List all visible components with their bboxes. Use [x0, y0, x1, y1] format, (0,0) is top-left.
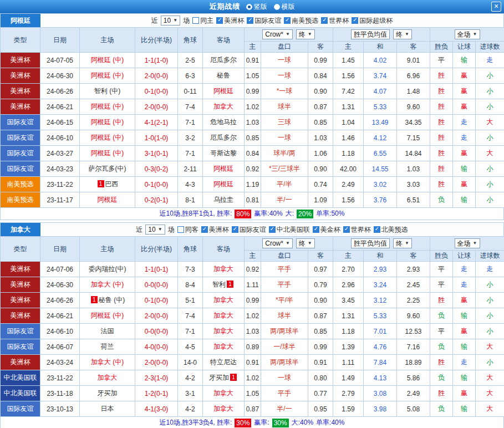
result-handicap-cell: 输 — [453, 192, 476, 208]
corners-cell: 3-1 — [178, 386, 203, 401]
col-header-label: 客 — [410, 43, 417, 50]
checkbox-icon[interactable] — [192, 17, 199, 24]
col-header-label: 胜负 — [435, 43, 448, 50]
result-goals-cell: 小 — [476, 355, 504, 370]
fulltime-select[interactable]: 全场▼ — [455, 29, 480, 39]
checkbox-icon[interactable] — [247, 17, 253, 24]
competition-type-cell: 美洲杯 — [1, 293, 40, 308]
result-goals-cell: 小 — [476, 277, 504, 293]
avg-time-select[interactable]: 终▼ — [393, 238, 412, 248]
checkbox-icon[interactable] — [313, 226, 319, 233]
layout-radio-option[interactable]: 竖版 — [246, 2, 267, 12]
checkbox-icon[interactable] — [216, 17, 223, 24]
date-cell: 24-06-26 — [40, 293, 80, 308]
match-row: 美洲杯24-06-21阿根廷 (中)2-0(0-0)7-4加拿大1.02球半0.… — [1, 99, 504, 115]
col-header-label: 比分(半场) — [141, 245, 172, 253]
handicap-away-odds-cell: 0.85 — [308, 115, 333, 130]
avg-odds-select[interactable]: 胜平负均值 — [351, 29, 390, 39]
result-wdl-cell: 胜 — [430, 386, 453, 401]
competition-type-cell: 国际友谊 — [1, 130, 40, 146]
checkbox-icon[interactable] — [284, 17, 291, 24]
col-header-label: 角球 — [184, 36, 197, 44]
red-card-badge: 1 — [91, 296, 98, 303]
handicap-away-odds-cell: 0.90 — [308, 84, 333, 99]
checkbox-icon[interactable] — [343, 226, 350, 233]
filter-checkbox-item[interactable]: 北美预选 — [374, 225, 408, 235]
filter-checkbox-item[interactable]: 中北美国联 — [269, 225, 310, 235]
filter-checkbox-item[interactable]: 国际友谊 — [247, 16, 281, 26]
handicap-time-select[interactable]: 终▼ — [296, 238, 315, 248]
filter-checkbox-item[interactable]: 国际超级杯 — [352, 16, 393, 26]
date-cell: 23-11-22 — [40, 370, 80, 386]
filter-checkbox-item[interactable]: 南美预选 — [284, 16, 318, 26]
bookmaker-select[interactable]: Crow*▼ — [262, 238, 293, 248]
stat-badge: 80% — [235, 210, 251, 218]
checkbox-icon[interactable] — [201, 226, 208, 233]
layout-radio-option[interactable]: 横版 — [274, 2, 295, 12]
red-card-badge: 1 — [98, 180, 104, 187]
bookmaker-select[interactable]: Crow*▼ — [262, 29, 293, 39]
filter-checkbox-item[interactable]: 同客 — [177, 225, 198, 235]
team-name-label: 阿根廷 (中) — [91, 72, 124, 79]
handicap-line-cell: 半/一 — [261, 401, 308, 417]
filter-checkbox-item[interactable]: 美金杯 — [313, 225, 340, 235]
col-header-avg-draw: 和 — [364, 251, 397, 262]
col-header-label: 主 — [250, 43, 256, 50]
checkbox-icon[interactable] — [232, 226, 238, 233]
handicap-time-select[interactable]: 终▼ — [296, 29, 315, 39]
checkbox-icon[interactable] — [321, 17, 328, 24]
col-header-label: 进球数 — [480, 43, 500, 50]
competition-type-cell: 美洲杯 — [1, 84, 40, 99]
date-cell: 23-11-17 — [40, 192, 80, 208]
checkbox-label: 南美预选 — [292, 16, 318, 26]
select-value: 胜平负均值 — [354, 240, 387, 247]
filter-checkbox-item[interactable]: 国际友谊 — [232, 225, 266, 235]
filter-checkbox-item[interactable]: 美洲杯 — [201, 225, 229, 235]
corners-cell: 4-2 — [178, 401, 203, 417]
close-button[interactable]: ✕ — [491, 2, 501, 12]
competition-type-cell: 南美预选 — [1, 192, 40, 208]
team-name-label: 加拿大 — [213, 312, 233, 319]
avg-draw-odds-cell: 4.13 — [364, 370, 397, 386]
col-header-date: 日期 — [40, 28, 80, 53]
radio-icon[interactable] — [274, 4, 280, 10]
checkbox-label: 国际友谊 — [240, 225, 266, 235]
col-header-label: 客场 — [217, 245, 230, 253]
handicap-away-odds-cell: 0.99 — [308, 53, 333, 68]
avg-odds-select[interactable]: 胜平负均值 — [351, 238, 390, 248]
filter-checkbox-item[interactable]: 美洲杯 — [216, 16, 244, 26]
result-handicap-cell: 输 — [453, 308, 476, 324]
stat-text: 大: — [286, 209, 294, 218]
filter-checkbox-item[interactable]: 世界杯 — [343, 225, 371, 235]
team-name-label: 阿根廷 (中) — [91, 103, 124, 110]
score-cell: 1-1(1-0) — [135, 53, 178, 68]
avg-draw-odds-cell: 5.33 — [364, 308, 397, 324]
match-count-select[interactable]: 10▼ — [161, 16, 180, 26]
checkbox-icon[interactable] — [352, 17, 358, 24]
checkbox-label: 世界杯 — [329, 16, 349, 26]
checkbox-icon[interactable] — [374, 226, 380, 233]
checkbox-icon[interactable] — [177, 226, 184, 233]
red-card-badge: 1 — [230, 374, 237, 381]
team-name-label: 厄瓜多尔 — [210, 56, 237, 64]
match-count-select[interactable]: 10▼ — [145, 225, 165, 235]
handicap-line-cell: 平手 — [261, 386, 308, 401]
col-header-res-handicap: 让球 — [453, 42, 476, 53]
score-cell: 0-2(0-1) — [135, 192, 178, 208]
result-handicap-cell: 赢 — [453, 84, 476, 99]
team-name-label: 加拿大 — [213, 296, 233, 304]
radio-icon[interactable] — [246, 4, 252, 10]
col-header-type: 类型 — [1, 28, 40, 53]
checkbox-label: 国际超级杯 — [359, 16, 393, 26]
fulltime-select[interactable]: 全场▼ — [455, 238, 480, 248]
result-header-controls: 全场▼ — [430, 29, 504, 39]
filter-checkbox-item[interactable]: 同主 — [192, 16, 213, 26]
avg-home-odds-cell: 7.42 — [333, 84, 364, 99]
checkbox-icon[interactable] — [269, 226, 276, 233]
home-team-cell: 加拿大 — [80, 370, 135, 386]
filter-checkbox-item[interactable]: 世界杯 — [321, 16, 349, 26]
corners-cell: 0-11 — [178, 84, 203, 99]
competition-type-cell: 国际友谊 — [1, 324, 40, 339]
radio-label: 竖版 — [254, 2, 267, 12]
avg-time-select[interactable]: 终▼ — [393, 29, 412, 39]
